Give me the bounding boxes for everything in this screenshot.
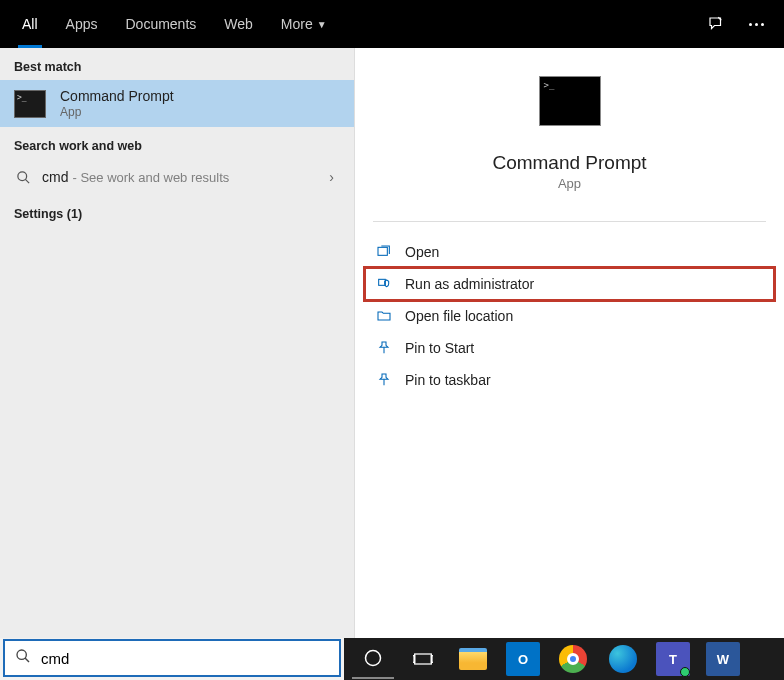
svg-line-7 xyxy=(25,658,29,662)
svg-rect-9 xyxy=(415,654,432,664)
svg-rect-10 xyxy=(413,656,415,663)
action-open-file-location[interactable]: Open file location xyxy=(365,300,774,332)
action-label: Pin to taskbar xyxy=(405,372,491,388)
file-explorer-button[interactable] xyxy=(452,639,494,679)
shield-icon xyxy=(373,276,395,292)
settings-section-header[interactable]: Settings (1) xyxy=(0,195,354,227)
status-badge-icon xyxy=(680,667,690,677)
action-label: Open xyxy=(405,244,439,260)
app-thumbnail-icon xyxy=(539,76,601,126)
search-input[interactable] xyxy=(41,650,329,667)
svg-point-8 xyxy=(366,651,381,666)
best-match-header: Best match xyxy=(0,48,354,80)
tab-all[interactable]: All xyxy=(8,0,52,48)
svg-rect-2 xyxy=(378,247,387,255)
web-hint: - See work and web results xyxy=(72,170,229,185)
svg-rect-11 xyxy=(431,656,433,663)
cmd-icon xyxy=(14,90,46,118)
pin-icon xyxy=(373,340,395,356)
feedback-icon[interactable] xyxy=(696,4,736,44)
search-icon xyxy=(14,170,32,185)
web-query: cmd xyxy=(42,169,68,185)
pin-taskbar-icon xyxy=(373,372,395,388)
result-subtitle: App xyxy=(60,105,174,119)
tab-documents[interactable]: Documents xyxy=(111,0,210,48)
action-label: Pin to Start xyxy=(405,340,474,356)
action-run-as-administrator[interactable]: Run as administrator xyxy=(365,268,774,300)
search-filter-tabs: All Apps Documents Web More▼ xyxy=(0,0,784,48)
tab-web[interactable]: Web xyxy=(210,0,267,48)
folder-icon xyxy=(373,308,395,324)
web-result-cmd[interactable]: cmd - See work and web results › xyxy=(0,159,354,195)
action-pin-to-start[interactable]: Pin to Start xyxy=(365,332,774,364)
taskbar: O T W xyxy=(344,638,784,680)
chevron-right-icon: › xyxy=(329,169,334,185)
tab-apps[interactable]: Apps xyxy=(52,0,112,48)
chrome-button[interactable] xyxy=(552,639,594,679)
action-open[interactable]: Open xyxy=(365,236,774,268)
edge-button[interactable] xyxy=(602,639,644,679)
word-button[interactable]: W xyxy=(702,639,744,679)
task-view-button[interactable] xyxy=(402,639,444,679)
app-type: App xyxy=(355,176,784,191)
results-pane: Best match Command Prompt App Search wor… xyxy=(0,48,355,638)
divider xyxy=(373,221,766,222)
app-name: Command Prompt xyxy=(355,152,784,174)
svg-point-0 xyxy=(17,171,26,180)
svg-point-6 xyxy=(17,650,26,659)
action-label: Run as administrator xyxy=(405,276,534,292)
result-title: Command Prompt xyxy=(60,88,174,104)
preview-pane: Command Prompt App Open Run as administr… xyxy=(355,48,784,638)
more-options-icon[interactable] xyxy=(736,4,776,44)
cortana-button[interactable] xyxy=(352,639,394,679)
result-command-prompt[interactable]: Command Prompt App xyxy=(0,80,354,127)
tab-more[interactable]: More▼ xyxy=(267,0,341,48)
open-icon xyxy=(373,244,395,260)
search-work-web-header: Search work and web xyxy=(0,127,354,159)
search-icon xyxy=(15,648,31,668)
svg-line-1 xyxy=(25,179,29,183)
outlook-button[interactable]: O xyxy=(502,639,544,679)
teams-button[interactable]: T xyxy=(652,639,694,679)
action-label: Open file location xyxy=(405,308,513,324)
search-box[interactable] xyxy=(3,639,341,677)
action-pin-to-taskbar[interactable]: Pin to taskbar xyxy=(365,364,774,396)
